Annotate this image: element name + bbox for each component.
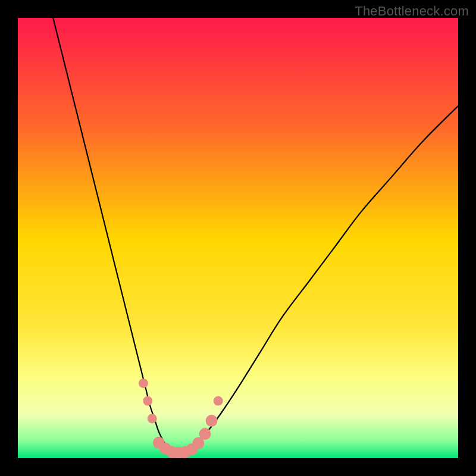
- watermark-text: TheBottleneck.com: [355, 4, 469, 19]
- marker-dot: [139, 378, 148, 388]
- chart-frame: TheBottleneck.com: [0, 0, 476, 476]
- gradient-background: [18, 18, 458, 458]
- marker-dot: [206, 415, 218, 427]
- marker-dot: [214, 396, 223, 406]
- plot-area: [18, 18, 458, 458]
- chart-svg: [18, 18, 458, 458]
- marker-dot: [148, 414, 157, 423]
- marker-dot: [143, 396, 152, 406]
- marker-dot: [199, 428, 211, 440]
